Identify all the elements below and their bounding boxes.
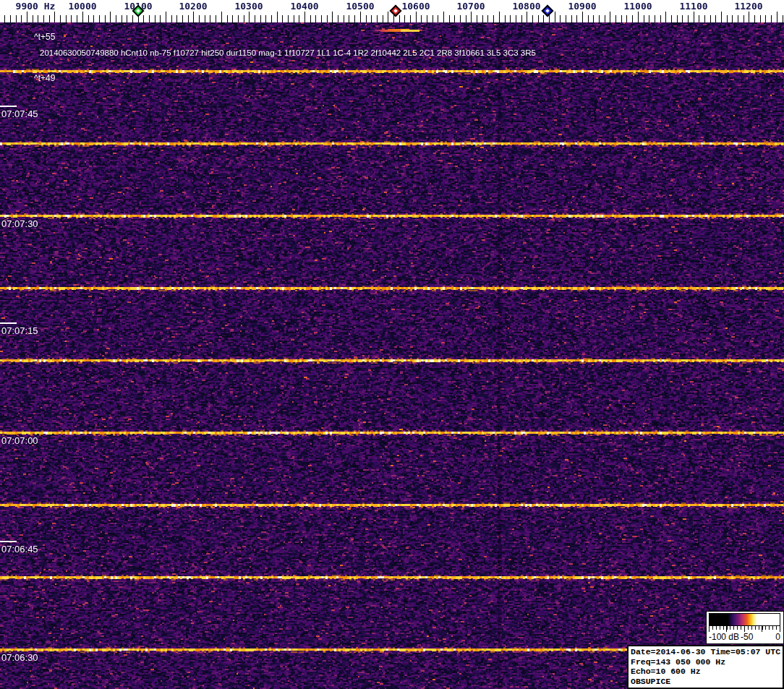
freq-tick: [232, 15, 233, 22]
freq-tick: [715, 15, 716, 22]
freq-tick: [410, 15, 411, 22]
freq-tick: [393, 15, 394, 22]
freq-marker-red-diamond[interactable]: [390, 5, 402, 17]
freq-tick: [771, 15, 772, 22]
freq-tick: [449, 15, 450, 22]
freq-tick: [166, 12, 166, 22]
freq-tick: [477, 15, 477, 22]
annotation-t-plus-49: ^t+49: [34, 73, 55, 83]
freq-tick: [605, 15, 605, 22]
freq-tick: [149, 15, 150, 22]
freq-tick: [660, 15, 661, 22]
freq-tick: [727, 15, 728, 22]
freq-tick: [560, 15, 561, 22]
freq-tick: [404, 15, 405, 22]
color-scale-gradient: [709, 613, 780, 626]
freq-tick: [571, 15, 572, 22]
freq-tick: [710, 15, 711, 22]
freq-tick: [304, 12, 305, 22]
freq-tick: [66, 15, 67, 22]
freq-tick: [327, 15, 328, 22]
freq-tick: [532, 15, 533, 22]
freq-tick: [694, 12, 694, 22]
freq-label: 10800: [512, 1, 540, 12]
freq-tick: [354, 15, 355, 22]
freq-tick: [205, 15, 205, 22]
freq-tick: [493, 15, 494, 22]
freq-tick: [466, 15, 466, 22]
freq-tick: [216, 15, 216, 22]
freq-tick: [299, 15, 299, 22]
freq-label: 10900: [568, 1, 596, 12]
freq-tick: [549, 15, 550, 22]
freq-tick: [582, 12, 583, 22]
freq-label: 10700: [456, 1, 485, 12]
freq-tick: [16, 15, 17, 22]
freq-tick: [143, 15, 144, 22]
freq-tick: [588, 15, 589, 22]
freq-tick: [682, 15, 683, 22]
freq-label: 10600: [401, 1, 430, 12]
color-scale-label-max: 0: [775, 632, 780, 642]
freq-tick: [249, 12, 250, 22]
freq-tick: [49, 15, 50, 22]
freq-tick: [783, 15, 783, 22]
freq-tick: [649, 15, 649, 22]
freq-tick: [460, 15, 461, 22]
time-tick: [0, 106, 17, 107]
freq-tick: [310, 15, 311, 22]
freq-tick: [521, 15, 522, 22]
color-scale-label-min: -100 dB: [709, 632, 739, 642]
freq-tick: [155, 15, 155, 22]
freq-tick: [566, 15, 566, 22]
freq-tick: [221, 12, 222, 22]
freq-label: 11100: [679, 1, 707, 12]
freq-tick: [576, 15, 577, 22]
freq-tick: [77, 15, 77, 22]
freq-tick: [160, 15, 161, 22]
freq-tick: [338, 15, 338, 22]
freq-tick: [610, 12, 610, 22]
info-line-station: OBSUPICE: [631, 677, 780, 687]
freq-tick: [443, 12, 444, 22]
freq-tick: [471, 12, 472, 22]
freq-tick: [27, 12, 27, 22]
freq-tick: [671, 15, 672, 22]
freq-marker-center-dot: [545, 9, 550, 13]
freq-tick: [122, 15, 122, 22]
freq-tick: [749, 12, 749, 22]
freq-label: 9900 Hz: [16, 1, 56, 12]
freq-label: 10400: [290, 1, 318, 12]
freq-tick: [527, 12, 527, 22]
freq-tick: [655, 15, 655, 22]
freq-tick: [315, 15, 316, 22]
freq-label: 11000: [623, 1, 652, 12]
freq-tick: [421, 15, 422, 22]
spectrogram-canvas: [0, 22, 784, 689]
freq-tick: [371, 15, 372, 22]
freq-marker-center-dot: [393, 9, 398, 13]
info-line-freq: Freq=143 050 000 Hz: [631, 657, 780, 667]
freq-tick: [626, 15, 627, 22]
freq-label: 11200: [734, 1, 762, 12]
freq-tick: [21, 15, 22, 22]
freq-tick: [621, 15, 622, 22]
freq-tick: [127, 15, 127, 22]
freq-tick: [344, 15, 344, 22]
freq-tick: [510, 15, 511, 22]
freq-tick: [277, 12, 278, 22]
freq-tick: [349, 15, 349, 22]
freq-tick: [454, 15, 455, 22]
freq-tick: [4, 15, 5, 22]
freq-tick: [615, 15, 616, 22]
freq-tick: [265, 15, 266, 22]
freq-label: 10500: [346, 1, 374, 12]
color-scale-label-mid: -50: [741, 632, 753, 642]
freq-tick: [482, 15, 483, 22]
freq-tick: [677, 15, 678, 22]
freq-tick: [88, 15, 89, 22]
info-line-date: Date=2014-06-30 Time=05:07 UTC: [631, 647, 780, 657]
time-label: 07:07:00: [1, 435, 38, 446]
freq-tick: [43, 15, 44, 22]
freq-tick: [271, 15, 272, 22]
